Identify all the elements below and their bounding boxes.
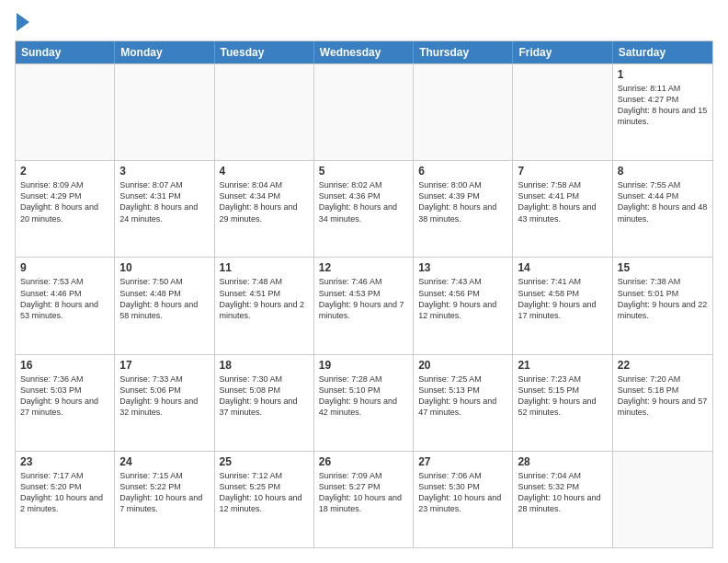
day-number: 5 <box>319 165 408 178</box>
day-number: 19 <box>319 359 408 372</box>
day-info: Sunrise: 7:48 AM Sunset: 4:51 PM Dayligh… <box>220 276 309 321</box>
calendar-body: 1Sunrise: 8:11 AM Sunset: 4:27 PM Daylig… <box>16 63 712 547</box>
day-info: Sunrise: 7:23 AM Sunset: 5:15 PM Dayligh… <box>518 373 607 419</box>
day-number: 22 <box>618 359 708 372</box>
day-number: 28 <box>518 455 607 468</box>
calendar-cell: 19Sunrise: 7:28 AM Sunset: 5:10 PM Dayli… <box>314 355 414 451</box>
day-number: 11 <box>220 261 309 274</box>
header-day: Thursday <box>414 41 513 63</box>
day-info: Sunrise: 8:11 AM Sunset: 4:27 PM Dayligh… <box>618 83 708 128</box>
calendar-cell <box>16 64 115 160</box>
calendar-cell: 5Sunrise: 8:02 AM Sunset: 4:36 PM Daylig… <box>314 161 414 257</box>
day-number: 12 <box>319 261 408 274</box>
day-info: Sunrise: 8:00 AM Sunset: 4:39 PM Dayligh… <box>418 179 507 224</box>
calendar-cell: 16Sunrise: 7:36 AM Sunset: 5:03 PM Dayli… <box>16 355 115 451</box>
day-number: 9 <box>20 261 109 274</box>
header-day: Wednesday <box>314 41 414 63</box>
day-info: Sunrise: 7:58 AM Sunset: 4:41 PM Dayligh… <box>518 179 607 224</box>
day-number: 23 <box>20 455 109 468</box>
calendar-row: 1Sunrise: 8:11 AM Sunset: 4:27 PM Daylig… <box>16 63 712 160</box>
calendar-cell: 22Sunrise: 7:20 AM Sunset: 5:18 PM Dayli… <box>613 355 712 451</box>
day-number: 25 <box>220 455 309 468</box>
calendar-row: 9Sunrise: 7:53 AM Sunset: 4:46 PM Daylig… <box>16 257 712 353</box>
calendar-cell: 20Sunrise: 7:25 AM Sunset: 5:13 PM Dayli… <box>414 355 513 451</box>
day-info: Sunrise: 7:12 AM Sunset: 5:25 PM Dayligh… <box>220 470 309 515</box>
day-info: Sunrise: 7:38 AM Sunset: 5:01 PM Dayligh… <box>618 276 708 321</box>
day-info: Sunrise: 7:25 AM Sunset: 5:13 PM Dayligh… <box>418 373 507 419</box>
day-number: 14 <box>518 261 607 274</box>
calendar-header: SundayMondayTuesdayWednesdayThursdayFrid… <box>16 41 712 63</box>
day-info: Sunrise: 8:07 AM Sunset: 4:31 PM Dayligh… <box>119 179 209 224</box>
calendar-cell <box>414 64 513 160</box>
day-info: Sunrise: 7:20 AM Sunset: 5:18 PM Dayligh… <box>618 373 708 419</box>
day-number: 1 <box>618 68 708 81</box>
calendar-row: 16Sunrise: 7:36 AM Sunset: 5:03 PM Dayli… <box>16 354 712 451</box>
header-day: Saturday <box>613 41 712 63</box>
calendar-cell: 23Sunrise: 7:17 AM Sunset: 5:20 PM Dayli… <box>16 452 115 547</box>
calendar-cell: 10Sunrise: 7:50 AM Sunset: 4:48 PM Dayli… <box>115 258 214 353</box>
day-number: 15 <box>618 261 708 274</box>
calendar-cell: 6Sunrise: 8:00 AM Sunset: 4:39 PM Daylig… <box>414 161 513 257</box>
day-number: 17 <box>119 359 209 372</box>
calendar-cell: 25Sunrise: 7:12 AM Sunset: 5:25 PM Dayli… <box>215 452 314 547</box>
day-number: 18 <box>220 359 309 372</box>
calendar-cell <box>513 64 612 160</box>
calendar-cell: 9Sunrise: 7:53 AM Sunset: 4:46 PM Daylig… <box>16 258 115 353</box>
calendar-cell <box>314 64 414 160</box>
calendar-cell: 18Sunrise: 7:30 AM Sunset: 5:08 PM Dayli… <box>215 355 314 451</box>
day-info: Sunrise: 7:55 AM Sunset: 4:44 PM Dayligh… <box>618 179 708 224</box>
day-number: 2 <box>20 165 109 178</box>
day-info: Sunrise: 7:33 AM Sunset: 5:06 PM Dayligh… <box>119 373 209 419</box>
calendar-cell <box>215 64 314 160</box>
day-info: Sunrise: 7:06 AM Sunset: 5:30 PM Dayligh… <box>418 470 507 515</box>
day-info: Sunrise: 7:53 AM Sunset: 4:46 PM Dayligh… <box>20 276 109 321</box>
calendar-cell: 11Sunrise: 7:48 AM Sunset: 4:51 PM Dayli… <box>215 258 314 353</box>
calendar-cell: 8Sunrise: 7:55 AM Sunset: 4:44 PM Daylig… <box>613 161 712 257</box>
calendar-cell: 12Sunrise: 7:46 AM Sunset: 4:53 PM Dayli… <box>314 258 414 353</box>
calendar-cell: 3Sunrise: 8:07 AM Sunset: 4:31 PM Daylig… <box>115 161 214 257</box>
calendar-cell: 17Sunrise: 7:33 AM Sunset: 5:06 PM Dayli… <box>115 355 214 451</box>
day-info: Sunrise: 7:46 AM Sunset: 4:53 PM Dayligh… <box>319 276 408 321</box>
header-day: Friday <box>513 41 612 63</box>
calendar-cell: 28Sunrise: 7:04 AM Sunset: 5:32 PM Dayli… <box>513 452 612 547</box>
day-info: Sunrise: 7:41 AM Sunset: 4:58 PM Dayligh… <box>518 276 607 321</box>
day-info: Sunrise: 8:04 AM Sunset: 4:34 PM Dayligh… <box>220 179 309 224</box>
day-number: 4 <box>220 165 309 178</box>
day-number: 27 <box>418 455 507 468</box>
day-info: Sunrise: 7:30 AM Sunset: 5:08 PM Dayligh… <box>220 373 309 419</box>
calendar-cell: 24Sunrise: 7:15 AM Sunset: 5:22 PM Dayli… <box>115 452 214 547</box>
calendar-cell: 1Sunrise: 8:11 AM Sunset: 4:27 PM Daylig… <box>613 64 712 160</box>
calendar-row: 23Sunrise: 7:17 AM Sunset: 5:20 PM Dayli… <box>16 451 712 547</box>
header-day: Sunday <box>16 41 115 63</box>
day-number: 20 <box>418 359 507 372</box>
day-number: 7 <box>518 165 607 178</box>
logo-arrow-icon <box>17 13 29 31</box>
day-number: 26 <box>319 455 408 468</box>
day-number: 24 <box>119 455 209 468</box>
day-info: Sunrise: 7:43 AM Sunset: 4:56 PM Dayligh… <box>418 276 507 321</box>
day-number: 13 <box>418 261 507 274</box>
day-number: 21 <box>518 359 607 372</box>
calendar-cell <box>613 452 712 547</box>
calendar: SundayMondayTuesdayWednesdayThursdayFrid… <box>15 40 713 548</box>
day-number: 3 <box>119 165 209 178</box>
header-day: Tuesday <box>215 41 314 63</box>
day-info: Sunrise: 7:09 AM Sunset: 5:27 PM Dayligh… <box>319 470 408 515</box>
calendar-cell: 7Sunrise: 7:58 AM Sunset: 4:41 PM Daylig… <box>513 161 612 257</box>
calendar-cell <box>115 64 214 160</box>
header-day: Monday <box>115 41 214 63</box>
day-info: Sunrise: 8:09 AM Sunset: 4:29 PM Dayligh… <box>20 179 109 224</box>
day-number: 8 <box>618 165 708 178</box>
calendar-cell: 21Sunrise: 7:23 AM Sunset: 5:15 PM Dayli… <box>513 355 612 451</box>
day-number: 10 <box>119 261 209 274</box>
day-info: Sunrise: 7:17 AM Sunset: 5:20 PM Dayligh… <box>20 470 109 515</box>
day-info: Sunrise: 8:02 AM Sunset: 4:36 PM Dayligh… <box>319 179 408 224</box>
calendar-cell: 4Sunrise: 8:04 AM Sunset: 4:34 PM Daylig… <box>215 161 314 257</box>
day-number: 16 <box>20 359 109 372</box>
header <box>15 15 713 31</box>
calendar-cell: 26Sunrise: 7:09 AM Sunset: 5:27 PM Dayli… <box>314 452 414 547</box>
calendar-cell: 15Sunrise: 7:38 AM Sunset: 5:01 PM Dayli… <box>613 258 712 353</box>
calendar-cell: 13Sunrise: 7:43 AM Sunset: 4:56 PM Dayli… <box>414 258 513 353</box>
day-info: Sunrise: 7:28 AM Sunset: 5:10 PM Dayligh… <box>319 373 408 419</box>
day-info: Sunrise: 7:36 AM Sunset: 5:03 PM Dayligh… <box>20 373 109 419</box>
